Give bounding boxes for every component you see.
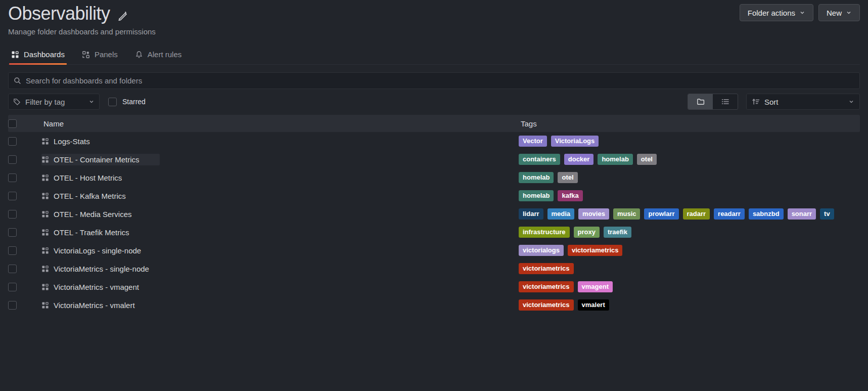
view-toggle-group (688, 94, 738, 110)
row-tags: infrastructureproxytraefik (519, 227, 860, 238)
row-checkbox[interactable] (8, 228, 17, 237)
row-name-text: Logs-Stats (54, 137, 90, 146)
starred-checkbox[interactable] (108, 98, 117, 106)
row-name-link[interactable]: VictoriaMetrics - vmagent (41, 281, 142, 293)
row-name-link[interactable]: VictoriaMetrics - vmalert (41, 299, 138, 311)
search-input[interactable] (26, 76, 854, 85)
tag-media[interactable]: media (547, 208, 575, 220)
tag-victoriametrics[interactable]: victoriametrics (568, 245, 623, 256)
tab-alert-rules[interactable]: Alert rules (133, 46, 184, 64)
table-body: Logs-Stats VectorVictoriaLogs OTEL - Con… (8, 132, 860, 314)
tag-radarr[interactable]: radarr (683, 208, 710, 220)
table-header-row: Name Tags (8, 115, 860, 132)
library-panel-icon (82, 51, 90, 59)
starred-label: Starred (122, 98, 146, 106)
row-name-text: VictoriaMetrics - vmalert (54, 301, 135, 310)
row-checkbox[interactable] (8, 155, 17, 164)
tag-filter-select[interactable]: Filter by tag (8, 94, 100, 110)
new-button[interactable]: New (818, 4, 860, 21)
row-name-link[interactable]: VictoriaLogs - single-node (41, 245, 144, 256)
apps-icon (41, 174, 49, 182)
row-checkbox[interactable] (8, 301, 17, 310)
chevron-down-icon (846, 10, 852, 16)
chevron-down-icon (799, 10, 805, 16)
tag-otel[interactable]: otel (637, 154, 657, 165)
table-row: OTEL - Container Metrics containersdocke… (8, 150, 860, 168)
row-tags: VectorVictoriaLogs (519, 136, 860, 147)
row-checkbox[interactable] (8, 265, 17, 273)
apps-icon (41, 138, 49, 145)
tag-homelab[interactable]: homelab (598, 154, 632, 165)
tag-sabnzbd[interactable]: sabnzbd (749, 208, 784, 220)
tag-VictoriaLogs[interactable]: VictoriaLogs (551, 136, 599, 147)
tag-victoriametrics[interactable]: victoriametrics (519, 263, 574, 274)
row-checkbox[interactable] (8, 173, 17, 182)
tab-alert-rules-label: Alert rules (148, 50, 182, 59)
folder-page: Observability Folder actions New Ma (0, 0, 868, 314)
tag-docker[interactable]: docker (564, 154, 594, 165)
tag-infrastructure[interactable]: infrastructure (519, 227, 570, 238)
page-title: Observability (8, 3, 110, 24)
page-subtitle: Manage folder dashboards and permissions (8, 27, 860, 36)
tag-homelab[interactable]: homelab (519, 190, 554, 201)
tag-lidarr[interactable]: lidarr (519, 208, 543, 220)
tag-tv[interactable]: tv (820, 208, 834, 220)
new-button-label: New (827, 9, 842, 17)
row-name-text: VictoriaMetrics - single-node (54, 265, 149, 273)
row-name-text: OTEL - Host Metrics (54, 173, 122, 182)
list-view-button[interactable] (713, 94, 738, 109)
row-name-text: OTEL - Kafka Metrics (54, 192, 126, 200)
edit-title-pencil-icon[interactable] (117, 10, 128, 21)
tag-victoriametrics[interactable]: victoriametrics (519, 281, 574, 292)
tag-homelab[interactable]: homelab (519, 172, 554, 183)
tag-Vector[interactable]: Vector (519, 136, 547, 147)
tag-music[interactable]: music (613, 208, 641, 220)
tag-otel[interactable]: otel (558, 172, 577, 183)
row-checkbox[interactable] (8, 283, 17, 291)
row-tags: victoriametricsvmagent (519, 281, 860, 292)
tag-containers[interactable]: containers (519, 154, 560, 165)
tag-victoriametrics[interactable]: victoriametrics (519, 299, 574, 311)
table-row: OTEL - Traefik Metrics infrastructurepro… (8, 223, 860, 241)
apps-icon (41, 192, 49, 200)
starred-filter: Starred (108, 98, 146, 106)
apps-icon (41, 210, 49, 218)
tag-sonarr[interactable]: sonarr (788, 208, 816, 220)
row-name-link[interactable]: OTEL - Traefik Metrics (41, 227, 132, 238)
tag-traefik[interactable]: traefik (604, 227, 631, 238)
tag-kafka[interactable]: kafka (558, 190, 582, 201)
row-name-link[interactable]: OTEL - Container Metrics (41, 154, 160, 165)
row-name-text: OTEL - Traefik Metrics (54, 228, 129, 237)
tag-movies[interactable]: movies (578, 208, 609, 220)
dashboards-table: Name Tags Logs-Stats VectorVictoriaLogs (8, 115, 860, 314)
select-all-checkbox[interactable] (8, 119, 17, 128)
row-name-link[interactable]: OTEL - Media Services (41, 208, 135, 220)
search-bar (8, 72, 860, 89)
tab-panels[interactable]: Panels (80, 46, 120, 64)
folder-actions-button[interactable]: Folder actions (740, 4, 813, 21)
tab-dashboards[interactable]: Dashboards (9, 46, 67, 64)
row-name-link[interactable]: OTEL - Host Metrics (41, 172, 125, 184)
row-checkbox[interactable] (8, 137, 17, 146)
row-name-link[interactable]: Logs-Stats (41, 136, 93, 147)
row-name-text: OTEL - Container Metrics (54, 155, 140, 164)
tag-vmalert[interactable]: vmalert (578, 299, 609, 311)
row-name-link[interactable]: VictoriaMetrics - single-node (41, 263, 152, 275)
tag-proxy[interactable]: proxy (574, 227, 600, 238)
row-tags: victoriametrics (519, 263, 860, 274)
row-checkbox[interactable] (8, 192, 17, 200)
tag-victorialogs[interactable]: victorialogs (519, 245, 564, 256)
folder-view-button[interactable] (688, 94, 713, 109)
sort-amount-icon (752, 98, 760, 106)
sort-select[interactable]: Sort (746, 94, 860, 110)
tag-prowlarr[interactable]: prowlarr (644, 208, 678, 220)
row-checkbox[interactable] (8, 210, 17, 219)
apps-icon (41, 283, 49, 291)
row-checkbox[interactable] (8, 246, 17, 255)
row-name-text: OTEL - Media Services (54, 210, 132, 219)
search-icon (14, 77, 21, 84)
bell-icon (135, 51, 143, 59)
row-name-link[interactable]: OTEL - Kafka Metrics (41, 190, 129, 202)
tag-readarr[interactable]: readarr (714, 208, 745, 220)
tag-vmagent[interactable]: vmagent (578, 281, 613, 292)
